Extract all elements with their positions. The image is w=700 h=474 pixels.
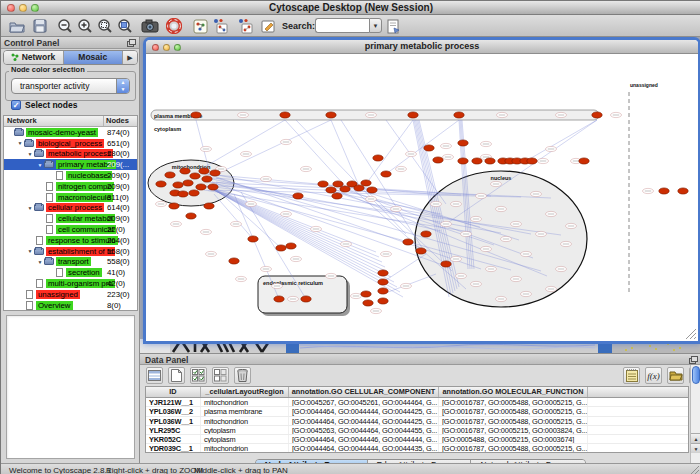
tree-row[interactable]: response to stimulu264(0) <box>4 235 137 246</box>
tree-row[interactable]: multi-organism pro42(0) <box>4 278 137 289</box>
tree-row[interactable]: Overview8(0) <box>4 300 137 311</box>
dropdown-stepper-icon[interactable]: ▲▼ <box>116 79 129 93</box>
gene-node[interactable] <box>381 171 391 177</box>
gene-node[interactable] <box>361 180 371 186</box>
tree-node-label[interactable]: nitrogen compo <box>56 182 114 191</box>
table-row[interactable]: YLR295Ccytoplasm[GO:0045263, GO:0044464,… <box>146 426 688 435</box>
gene-node[interactable] <box>280 112 290 118</box>
gene-node[interactable] <box>208 184 218 190</box>
tree-row[interactable]: ▼primary metabol209(... <box>4 159 137 170</box>
network-view-titlebar[interactable]: primary metabolic process <box>146 40 698 54</box>
column-header-molecular-function[interactable]: annotation.GO MOLECULAR_FUNCTION <box>439 387 588 397</box>
gene-node[interactable] <box>301 296 311 302</box>
table-cell[interactable]: cytoplasm <box>201 426 289 434</box>
gene-node[interactable] <box>189 190 199 196</box>
search-dropdown-icon[interactable]: ▼ <box>369 18 382 33</box>
tree-node-label[interactable]: cellular metabol <box>56 214 115 223</box>
gene-node[interactable] <box>326 112 336 118</box>
scroll-down-icon[interactable]: ▼ <box>691 443 700 453</box>
gene-node[interactable] <box>169 203 179 209</box>
create-attribute-icon[interactable] <box>168 367 185 384</box>
gene-node[interactable] <box>332 193 342 199</box>
gene-node[interactable] <box>424 145 434 151</box>
gene-node[interactable] <box>441 261 451 267</box>
tree-node-label[interactable]: nucleobase- <box>66 171 112 180</box>
gene-node[interactable] <box>165 172 175 178</box>
table-row[interactable]: YKR052Ccytoplasm[GO:0044464, GO:0044446,… <box>146 435 688 444</box>
gene-node[interactable] <box>180 168 190 174</box>
gene-node[interactable] <box>183 180 193 186</box>
zoom-selected-icon[interactable] <box>116 17 134 35</box>
tree-row[interactable]: mosaic-demo-yeast874(0) <box>4 127 137 138</box>
table-cell[interactable]: [GO:0016787, GO:0005488, GO:0005215, G..… <box>439 417 588 425</box>
tab-overflow-arrow[interactable]: ▶ <box>123 51 137 64</box>
table-cell[interactable]: [GO:0044464, GO:0044444, GO:0044425, G..… <box>289 417 439 425</box>
gene-node[interactable] <box>248 236 258 242</box>
gene-node[interactable] <box>354 185 364 191</box>
gene-node[interactable] <box>458 140 468 146</box>
select-nodes-checkbox[interactable]: ✓ <box>11 100 21 110</box>
gene-node[interactable] <box>196 184 206 190</box>
tree-row[interactable]: ▼transport558(0) <box>4 257 137 268</box>
table-cell[interactable]: mitochondrion <box>201 398 289 406</box>
table-cell[interactable]: [GO:0005488, GO:0005215, GO:0003674] <box>439 435 588 443</box>
table-cell[interactable]: [GO:0016787, GO:0005488, GO:0005215, G..… <box>439 398 588 406</box>
table-cell[interactable]: [GO:0016787, GO:0005488, GO:0005215, G..… <box>439 444 588 452</box>
table-cell[interactable]: [GO:0016787, GO:0005215, GO:0003824, G..… <box>439 426 588 434</box>
tree-row[interactable]: nitrogen compo209(0) <box>4 181 137 192</box>
table-cell[interactable]: cytoplasm <box>201 435 289 443</box>
gene-node[interactable] <box>378 298 388 304</box>
tree-column-network[interactable]: Network <box>4 116 104 126</box>
tree-row[interactable]: cell communicat22(0) <box>4 224 137 235</box>
tab-network[interactable]: Network <box>4 51 64 64</box>
gene-node[interactable] <box>421 231 431 237</box>
tree-row[interactable]: ▼cellular process614(0) <box>4 203 137 214</box>
gene-node[interactable] <box>229 258 239 264</box>
table-row[interactable]: YDR039C__1mitochondrion[GO:0044464, GO:0… <box>146 444 688 453</box>
gene-node[interactable] <box>318 181 328 187</box>
table-row[interactable]: YPL036W__2plasma membrane[GO:0044464, GO… <box>146 407 688 416</box>
scrollbar-thumb[interactable] <box>692 366 700 384</box>
gene-node[interactable] <box>199 168 209 174</box>
gene-node[interactable] <box>191 112 201 118</box>
tree-row[interactable]: macromolecule311(0) <box>4 192 137 203</box>
gene-node[interactable] <box>454 112 464 118</box>
gene-node[interactable] <box>363 300 373 306</box>
table-cell[interactable]: mitochondrion <box>201 417 289 425</box>
network-view-window[interactable]: primary metabolic process plasma membran… <box>146 40 698 341</box>
select-all-attributes-icon[interactable] <box>190 367 207 384</box>
table-cell[interactable]: [GO:0016787, GO:0005488, GO:0005215, G..… <box>439 407 588 415</box>
tree-expander-icon[interactable]: ▼ <box>26 248 34 254</box>
network-canvas[interactable]: plasma membrane cytoplasm mitochondrion … <box>146 54 698 341</box>
tree-row[interactable]: ▼establishment of lo558(0) <box>4 246 137 257</box>
select-attributes-icon[interactable] <box>146 367 163 384</box>
table-cell[interactable]: YDR039C__1 <box>146 444 201 452</box>
table-cell[interactable]: [GO:0045263, GO:0044464, GO:0044455, G..… <box>289 426 439 434</box>
table-cell[interactable]: YLR295C <box>146 426 201 434</box>
function-builder-icon[interactable]: f(x) <box>645 367 662 384</box>
gene-node[interactable] <box>293 193 303 199</box>
column-header-region[interactable]: _cellularLayoutRegion <box>201 387 289 397</box>
table-cell[interactable]: YJR121W__1 <box>146 398 201 406</box>
scroll-up-icon[interactable]: ▲ <box>691 433 700 443</box>
table-vertical-scrollbar[interactable]: ▲ ▼ <box>690 365 700 463</box>
unselect-all-attributes-icon[interactable] <box>212 367 229 384</box>
zoom-fit-icon[interactable] <box>96 17 114 35</box>
attribute-editor-icon[interactable] <box>623 367 640 384</box>
column-header-cellular-component[interactable]: annotation.GO CELLULAR_COMPONENT <box>289 387 439 397</box>
node-color-dropdown[interactable]: transporter activity ▲▼ <box>11 78 130 94</box>
tree-row[interactable]: nucleobase-209(0) <box>4 170 137 181</box>
gene-node[interactable] <box>178 191 188 197</box>
help-icon[interactable] <box>165 17 183 35</box>
gene-node[interactable] <box>403 239 413 245</box>
search-input[interactable] <box>315 18 369 33</box>
tree-row[interactable]: secretion41(0) <box>4 267 137 278</box>
table-cell[interactable]: [GO:0045267, GO:0045261, GO:0044464, G..… <box>289 398 439 406</box>
table-row[interactable]: YJR121W__1mitochondrion[GO:0045267, GO:0… <box>146 398 688 407</box>
gene-node[interactable] <box>326 187 336 193</box>
gene-node[interactable] <box>186 213 196 219</box>
table-cell[interactable]: mitochondrion <box>201 444 289 452</box>
gene-node[interactable] <box>367 187 377 193</box>
tree-node-label[interactable]: Overview <box>36 301 73 310</box>
gene-node[interactable] <box>378 270 388 276</box>
